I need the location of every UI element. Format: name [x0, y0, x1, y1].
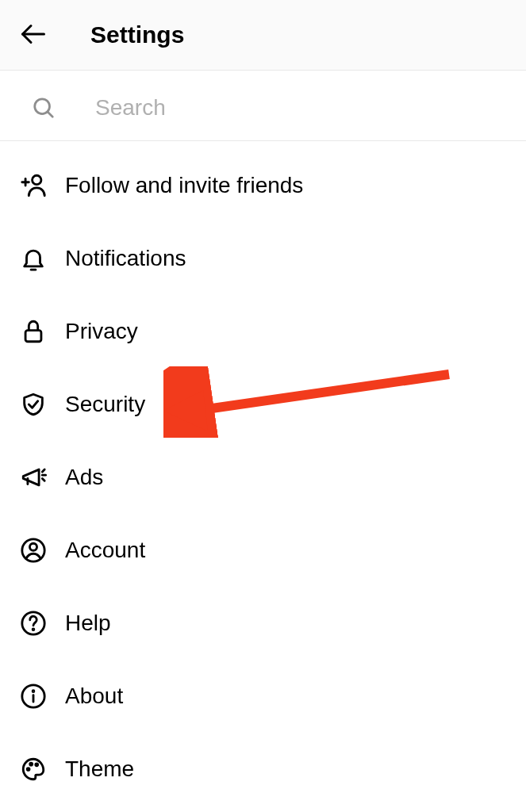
back-button[interactable]: [16, 17, 51, 52]
menu-item-theme[interactable]: Theme: [0, 733, 526, 806]
menu-item-label: Help: [65, 611, 111, 636]
menu-item-label: Account: [65, 538, 145, 563]
menu-item-label: Security: [65, 392, 145, 417]
svg-point-14: [33, 629, 34, 630]
page-title: Settings: [90, 21, 184, 48]
svg-line-8: [42, 469, 44, 472]
menu-item-account[interactable]: Account: [0, 514, 526, 587]
menu-item-help[interactable]: Help: [0, 587, 526, 660]
svg-rect-7: [25, 331, 41, 342]
arrow-left-icon: [19, 20, 48, 51]
menu-item-label: Privacy: [65, 319, 138, 344]
add-person-icon: [16, 168, 51, 203]
search-row[interactable]: [0, 71, 526, 141]
svg-point-20: [36, 764, 38, 766]
svg-point-12: [29, 543, 36, 550]
svg-line-10: [42, 478, 44, 481]
menu-item-label: Theme: [65, 756, 134, 782]
bell-icon: [16, 241, 51, 276]
megaphone-icon: [16, 460, 51, 495]
menu-item-security[interactable]: Security: [0, 368, 526, 441]
svg-point-16: [33, 691, 34, 692]
svg-line-2: [48, 112, 52, 117]
menu-item-label: Notifications: [65, 246, 186, 271]
settings-menu: Follow and invite friends Notifications …: [0, 141, 526, 806]
menu-item-label: Ads: [65, 465, 103, 490]
svg-point-5: [33, 175, 41, 184]
svg-point-19: [30, 763, 33, 765]
info-circle-icon: [16, 679, 51, 714]
search-input[interactable]: [95, 95, 496, 121]
menu-item-notifications[interactable]: Notifications: [0, 222, 526, 295]
person-circle-icon: [16, 533, 51, 568]
shield-check-icon: [16, 387, 51, 422]
menu-item-label: About: [65, 684, 123, 709]
menu-item-privacy[interactable]: Privacy: [0, 295, 526, 368]
svg-point-18: [27, 768, 29, 771]
palette-icon: [16, 752, 51, 787]
menu-item-follow-invite[interactable]: Follow and invite friends: [0, 149, 526, 222]
question-circle-icon: [16, 606, 51, 641]
header: Settings: [0, 0, 526, 71]
search-icon: [30, 94, 57, 121]
menu-item-about[interactable]: About: [0, 660, 526, 733]
lock-icon: [16, 314, 51, 349]
menu-item-label: Follow and invite friends: [65, 173, 303, 198]
menu-item-ads[interactable]: Ads: [0, 441, 526, 514]
